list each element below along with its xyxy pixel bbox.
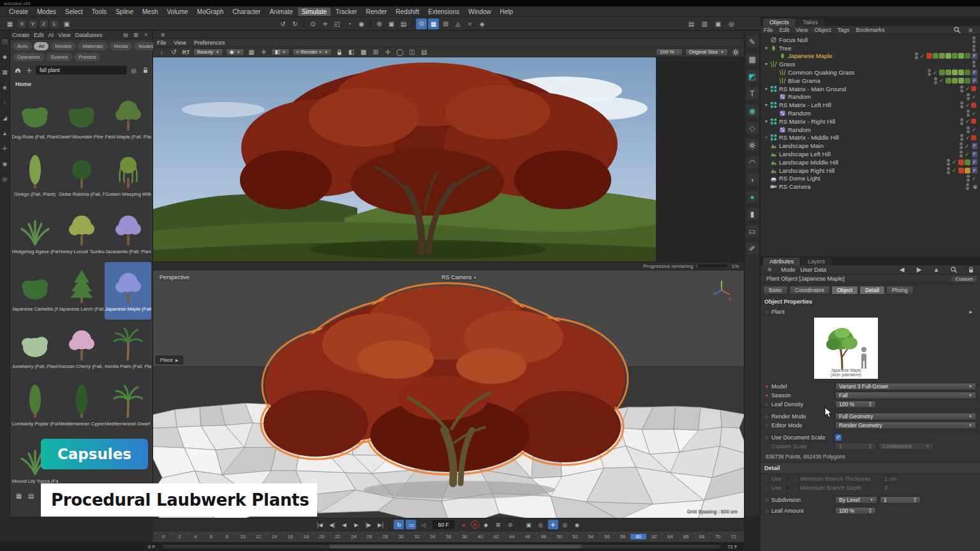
keyframe-dot[interactable]: ◇ xyxy=(793,476,798,481)
spinner[interactable]: ▲▼ xyxy=(868,443,872,450)
render-menu-view[interactable]: View xyxy=(174,40,186,46)
preview-range-button[interactable]: ▭ xyxy=(406,520,416,529)
crop-dropdown[interactable]: ◧▼ xyxy=(271,48,290,56)
visibility-toggles[interactable] xyxy=(960,85,963,92)
visibility-toggles[interactable] xyxy=(960,151,963,158)
filter-icon[interactable]: ≡ xyxy=(965,25,976,36)
subdivision-mode-dropdown[interactable]: By Level▼ xyxy=(835,496,877,504)
object-row[interactable]: Focus Null xyxy=(761,36,980,44)
record-button[interactable]: ● xyxy=(459,520,469,529)
deformer-icon[interactable] xyxy=(746,139,759,151)
expander-icon[interactable]: ▼ xyxy=(763,119,769,124)
asset-menu-edit[interactable]: Edit xyxy=(34,32,44,38)
asset-item[interactable]: Japanese Larch (Fall, Pl... xyxy=(58,262,105,320)
menu-create[interactable]: Create xyxy=(5,8,32,16)
asset-menu-view[interactable]: View xyxy=(58,32,70,38)
visibility-toggles[interactable] xyxy=(972,45,976,52)
panel-menu-icon[interactable]: ≡ xyxy=(158,29,168,40)
keyframe-selection-button[interactable]: ▣ xyxy=(524,520,534,529)
lock-icon[interactable] xyxy=(965,264,976,275)
axis-l-button[interactable]: L xyxy=(50,19,59,29)
grid-snap-icon[interactable]: ▦ xyxy=(428,18,439,29)
objects-menu-object[interactable]: Object xyxy=(814,27,831,33)
prev-frame-button[interactable]: ◀ xyxy=(339,520,349,529)
keyframe-dot[interactable]: ◇ xyxy=(764,423,769,428)
field-icon[interactable]: ◉ xyxy=(746,105,759,117)
render-settings-gear-icon[interactable] xyxy=(730,47,741,57)
live-selection-icon[interactable]: ⊙ xyxy=(308,18,318,29)
display-icon[interactable]: ▭ xyxy=(746,225,759,237)
objects-menu-tags[interactable]: Tags xyxy=(837,27,849,33)
add-path-icon[interactable]: ✛ xyxy=(25,66,33,75)
object-row[interactable]: Landscape Left Hill✓F xyxy=(761,150,980,158)
asset-item[interactable]: Kentia Palm (Fall, Plant) xyxy=(105,320,151,377)
asset-item[interactable]: Mediterranean Cypres... xyxy=(58,377,105,434)
object-row[interactable]: ▼RS Matrix - Right Hill✓ xyxy=(761,117,980,126)
timeline-scrollbar[interactable] xyxy=(162,545,721,548)
menu-mesh[interactable]: Mesh xyxy=(138,8,161,16)
render-target-dropdown[interactable]: < Render >▼ xyxy=(292,48,332,56)
enable-axis-icon[interactable]: ✛ xyxy=(1,144,9,152)
expander-icon[interactable]: ▼ xyxy=(763,103,769,107)
object-row[interactable]: Random✓ xyxy=(761,126,980,134)
snap-mode-icon[interactable]: ◉ xyxy=(1,159,9,168)
home-icon[interactable] xyxy=(13,66,22,75)
loop-button[interactable]: ↻ xyxy=(394,520,404,529)
filter-tab-all[interactable]: All xyxy=(34,42,48,50)
spline-icon[interactable]: ◠ xyxy=(746,156,759,168)
move-tool-icon[interactable]: ✛ xyxy=(320,18,330,29)
workplane-mode-icon[interactable]: ◈ xyxy=(1,83,9,91)
material-swatch[interactable] xyxy=(965,53,970,59)
material-swatch[interactable] xyxy=(926,53,932,59)
visibility-toggles[interactable] xyxy=(967,126,970,133)
object-row[interactable]: Random✓ xyxy=(761,93,980,101)
layers-icon[interactable]: ▤ xyxy=(419,47,429,57)
asset-item[interactable]: Ginkgo (Fall, Plant) xyxy=(11,147,58,205)
menu-tools[interactable]: Tools xyxy=(88,8,110,16)
asset-item[interactable]: Hedgehog Agave (Fall... xyxy=(11,205,58,262)
lock-icon[interactable] xyxy=(141,66,149,75)
asset-item[interactable]: Kanzan Cherry (Fall, Pl... xyxy=(58,320,105,377)
custom-button[interactable]: Custom xyxy=(951,276,977,282)
goto-end-button[interactable]: ▶| xyxy=(375,520,385,529)
last-tool-icon[interactable]: ◉ xyxy=(356,18,367,29)
filter-tab-presets[interactable]: Presets xyxy=(74,53,100,61)
render-view-icon[interactable]: ▣ xyxy=(386,18,397,29)
keyframe-dot[interactable]: ● xyxy=(764,384,769,388)
edge-mode-icon[interactable]: ◢ xyxy=(1,114,9,122)
enabled-check-icon[interactable]: ✓ xyxy=(939,77,944,84)
visibility-toggles[interactable] xyxy=(960,142,963,149)
material-swatch[interactable] xyxy=(933,53,939,59)
visibility-toggles[interactable] xyxy=(967,110,970,117)
render-pass-dropdown[interactable]: Beauty▼ xyxy=(193,48,223,56)
quantize-icon[interactable]: ⊞ xyxy=(440,18,451,29)
keyframe-dot[interactable]: ◇ xyxy=(764,476,769,481)
tag-badge[interactable]: F xyxy=(972,167,977,173)
use-document-scale-checkbox[interactable]: ✓ xyxy=(835,434,842,441)
object-row[interactable]: Random✓ xyxy=(761,109,980,117)
key-rotation-button[interactable]: ⊘ xyxy=(505,520,516,529)
tag-badge[interactable]: F xyxy=(972,159,977,165)
polygon-mode-icon[interactable]: ▲ xyxy=(1,129,9,137)
key-position-button[interactable]: ◆ xyxy=(481,520,491,529)
keyframe-dot[interactable]: ◇ xyxy=(764,435,769,440)
enabled-check-icon[interactable]: ✓ xyxy=(972,126,976,133)
magnet-keys-button[interactable]: ◎ xyxy=(536,520,546,529)
rotate-tool-icon[interactable]: ◔ xyxy=(344,18,355,29)
range-end[interactable]: 72 F xyxy=(727,544,738,550)
plant-preview-thumbnail[interactable]: Japanese Maple (Acer palmatum) xyxy=(814,318,878,379)
axis-z-button[interactable]: Z xyxy=(39,19,48,29)
volume-builder-icon[interactable]: ◩ xyxy=(746,70,759,82)
tag-badge[interactable]: F xyxy=(972,53,977,59)
object-row[interactable]: ▼RS Matrix - Left Hill✓ xyxy=(761,101,980,109)
menu-mograph[interactable]: MoGraph xyxy=(193,8,228,16)
rt-toggle[interactable]: RT xyxy=(181,47,191,57)
attr-tab-object[interactable]: Object xyxy=(831,286,859,295)
visibility-toggles[interactable] xyxy=(915,52,918,59)
keyframe-dot[interactable]: ◇ xyxy=(793,485,798,490)
up-icon[interactable]: ▲ xyxy=(931,264,942,275)
material-swatch[interactable] xyxy=(965,159,970,165)
asset-item[interactable]: Mediterranean Dwarf ... xyxy=(105,377,151,434)
asset-item[interactable]: Juneberry (Fall, Plant) xyxy=(11,320,58,377)
redshift-object-icon[interactable] xyxy=(971,119,976,124)
